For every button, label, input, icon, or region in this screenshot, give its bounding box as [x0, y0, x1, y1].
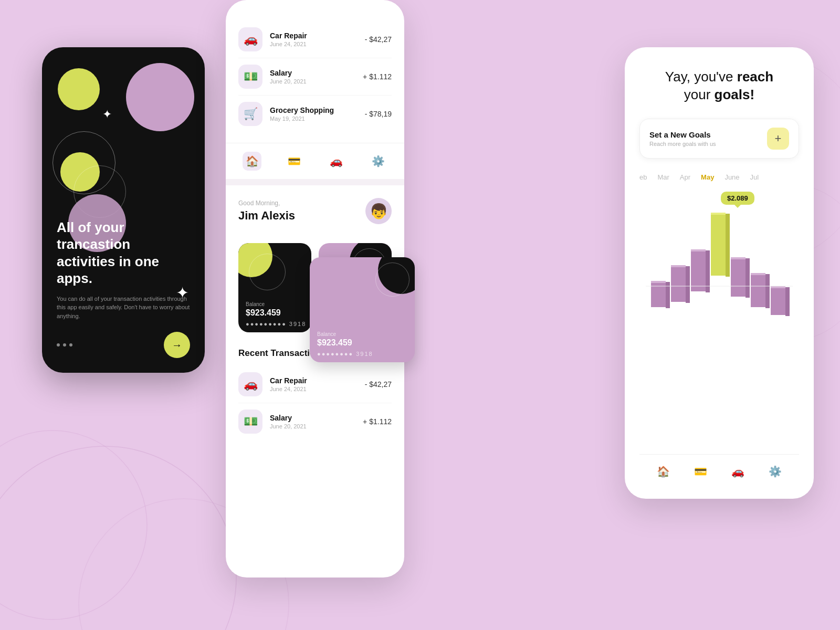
svg-rect-5	[651, 281, 666, 307]
nav-home-right[interactable]: 🏠	[654, 462, 673, 481]
pagination-dots	[57, 343, 72, 346]
transaction-info: Car Repair June 24, 2021	[270, 32, 365, 47]
svg-rect-17	[731, 257, 746, 297]
bottom-nav-top: 🏠 💳 🚗 ⚙️	[226, 143, 404, 179]
phone-left: ✦ ✦ All of your trancastion activities i…	[42, 47, 205, 373]
transaction-info: Grocery Shopping May 19, 2021	[270, 106, 365, 122]
phone-right: Yay, you've reachyour goals! Set a New G…	[625, 47, 814, 499]
tab-apr[interactable]: Apr	[680, 173, 690, 181]
transaction-icon-grocery: 🛒	[238, 102, 262, 126]
svg-rect-15	[711, 213, 726, 215]
phone-left-subtext: You can do all of your transaction activ…	[57, 295, 190, 321]
transaction-amount: + $1.112	[363, 417, 392, 426]
transaction-name: Salary	[270, 69, 363, 77]
top-transaction-list: 🚗 Car Repair June 24, 2021 - $42,27 💵 Sa…	[226, 0, 404, 143]
nav-transfer-icon[interactable]: 🚗	[327, 152, 345, 171]
float-card-dots: ●●●●●●●● 3918	[317, 351, 373, 357]
svg-rect-21	[751, 273, 765, 275]
svg-point-0	[0, 446, 236, 630]
transaction-icon-salary: 💵	[238, 65, 262, 89]
month-tabs: eb Mar Apr May June Jul	[639, 173, 799, 181]
user-name: Jim Alexis	[238, 209, 295, 223]
floating-card-overlay: Balance $923.459 ●●●●●●●● 3918	[310, 257, 415, 362]
transaction-date: June 24, 2021	[270, 41, 365, 47]
transaction-item: 🚗 Car Repair June 24, 2021 - $42,27	[238, 21, 392, 58]
card-dark[interactable]: Balance $923.459 ●●●●●●●●● 3918	[238, 243, 311, 332]
dot-3	[69, 343, 72, 346]
svg-rect-14	[711, 213, 726, 276]
add-goals-button[interactable]: +	[767, 128, 789, 150]
goals-card[interactable]: Set a New Goals Reach more goals with us…	[639, 119, 799, 159]
transaction-name: Salary	[270, 414, 363, 422]
star-icon-1: ✦	[102, 108, 112, 121]
tab-jul[interactable]: Jul	[750, 173, 759, 181]
transaction-amount: - $42,27	[365, 35, 392, 44]
transaction-item: 💵 Salary June 20, 2021 + $1.112	[238, 403, 392, 440]
svg-rect-25	[785, 287, 790, 316]
transaction-item: 💵 Salary June 20, 2021 + $1.112	[238, 58, 392, 96]
svg-rect-22	[765, 274, 770, 308]
decorative-circle-yellow-top	[58, 68, 100, 110]
bottom-nav-right: 🏠 💳 🚗 ⚙️	[639, 454, 799, 488]
svg-rect-11	[691, 249, 706, 291]
phone-left-headline: All of your trancastion activities in on…	[57, 219, 190, 287]
goals-card-subtitle: Reach more goals with us	[649, 141, 716, 147]
float-balance-amount: $923.459	[317, 338, 352, 348]
tab-may[interactable]: May	[701, 173, 714, 181]
transaction-name: Car Repair	[270, 376, 365, 385]
svg-rect-23	[771, 286, 785, 315]
transaction-icon-car: 🚗	[238, 27, 262, 51]
svg-point-1	[0, 430, 147, 620]
transaction-date: June 24, 2021	[270, 386, 365, 392]
svg-rect-18	[731, 257, 746, 259]
transaction-item: 🛒 Grocery Shopping May 19, 2021 - $78,19	[238, 96, 392, 132]
transaction-amount: - $42,27	[365, 380, 392, 388]
transaction-item: 🚗 Car Repair June 24, 2021 - $42,27	[238, 366, 392, 403]
bar-chart-svg	[639, 197, 799, 318]
transaction-name: Grocery Shopping	[270, 106, 365, 114]
svg-rect-6	[651, 281, 666, 283]
nav-home-icon[interactable]: 🏠	[243, 152, 261, 171]
tab-feb[interactable]: eb	[639, 173, 647, 181]
chart-tooltip: $2.089	[721, 192, 754, 205]
transaction-date: May 19, 2021	[270, 116, 365, 122]
plus-icon: +	[775, 132, 782, 145]
nav-settings-icon[interactable]: ⚙️	[369, 152, 387, 171]
decorative-circle-purple-top	[126, 63, 194, 131]
transaction-amount: - $78,19	[365, 110, 392, 118]
nav-settings-right[interactable]: ⚙️	[766, 462, 785, 481]
svg-rect-24	[771, 286, 785, 288]
avatar: 👦	[365, 198, 392, 224]
dot-2	[63, 343, 66, 346]
transaction-icon-car2: 🚗	[238, 372, 262, 396]
transaction-name: Car Repair	[270, 32, 365, 40]
dot-1	[57, 343, 60, 346]
transaction-date: June 20, 2021	[270, 78, 363, 85]
transaction-date: June 20, 2021	[270, 423, 363, 429]
svg-rect-12	[691, 249, 706, 251]
chart-area: $2.089	[639, 192, 799, 454]
nav-card-icon[interactable]: 💳	[285, 152, 303, 171]
svg-rect-19	[746, 258, 750, 298]
transaction-amount: + $1.112	[363, 72, 392, 81]
nav-card-right[interactable]: 💳	[691, 462, 710, 481]
svg-rect-9	[671, 265, 686, 267]
arrow-icon: →	[172, 339, 182, 351]
section-divider	[226, 179, 404, 185]
svg-rect-16	[726, 214, 730, 277]
tab-june[interactable]: June	[724, 173, 739, 181]
svg-rect-20	[751, 273, 765, 307]
goals-heading: Yay, you've reachyour goals!	[639, 68, 799, 104]
transaction-icon-salary2: 💵	[238, 410, 262, 434]
card-circle-outline	[249, 254, 286, 290]
tab-mar[interactable]: Mar	[657, 173, 669, 181]
nav-transfer-right[interactable]: 🚗	[729, 462, 748, 481]
transaction-info: Salary June 20, 2021	[270, 69, 363, 85]
float-balance-label: Balance	[317, 331, 336, 337]
greeting-text: Good Morning,	[238, 200, 295, 207]
next-button[interactable]: →	[164, 332, 190, 358]
card-number-dots: ●●●●●●●●● 3918	[246, 321, 306, 327]
svg-rect-8	[671, 265, 686, 302]
goals-card-title: Set a New Goals	[649, 130, 716, 139]
balance-amount: $923.459	[246, 308, 281, 318]
